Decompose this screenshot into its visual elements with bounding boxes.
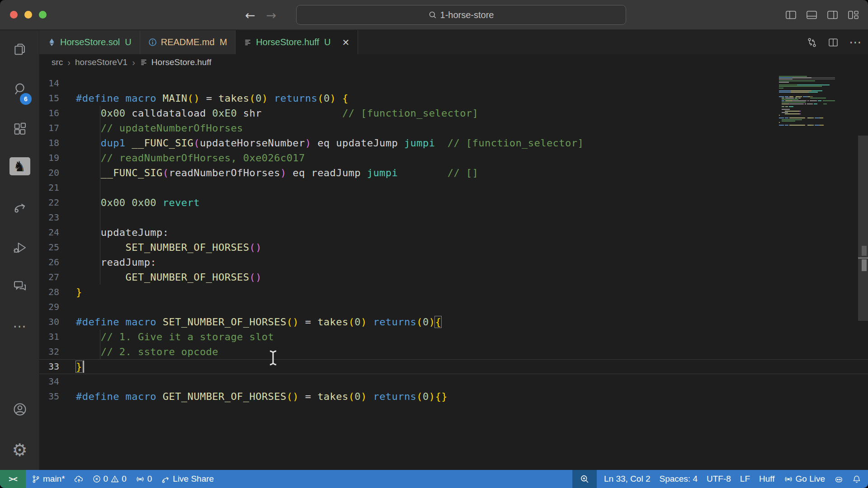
code-editor[interactable]: 1415#define macro MAIN() = takes(0) retu… (39, 70, 868, 470)
status-cursor-position[interactable]: Ln 33, Col 2 (599, 470, 655, 488)
toggle-panel-icon[interactable] (806, 10, 817, 19)
line-number[interactable]: 30 (39, 314, 59, 329)
code-line-25[interactable]: 25 SET_NUMBER_OF_HORSES() (39, 240, 868, 255)
status-language-mode[interactable]: Huff (755, 470, 779, 488)
sidebar-item-extensions[interactable] (0, 116, 39, 143)
code-line-24[interactable]: 24 updateJump: (39, 225, 868, 240)
split-editor-icon[interactable] (828, 37, 839, 48)
line-text: } (76, 285, 82, 300)
code-line-27[interactable]: 27 GET_NUMBER_OF_HORSES() (39, 270, 868, 285)
line-number[interactable]: 35 (39, 389, 59, 404)
sidebar-item-settings[interactable]: ⚙ (0, 436, 39, 464)
close-window-button[interactable] (10, 11, 18, 19)
code-line-16[interactable]: 16 0x00 calldataload 0xE0 shr // [functi… (39, 106, 868, 121)
breadcrumb-item-src[interactable]: src (52, 57, 63, 67)
minimap-line (779, 116, 835, 117)
remote-indicator[interactable]: >< (0, 470, 26, 488)
customize-layout-icon[interactable] (848, 10, 859, 19)
line-number[interactable]: 29 (39, 300, 59, 314)
line-number[interactable]: 22 (39, 195, 59, 210)
code-line-19[interactable]: 19 // readNumberOfHorses, 0xe026c017 (39, 150, 868, 165)
sidebar-item-live-share[interactable] (0, 194, 39, 221)
zoom-window-button[interactable] (39, 11, 47, 19)
line-number[interactable]: 20 (39, 165, 59, 180)
code-line-33[interactable]: 33} (39, 359, 868, 374)
status-git-branch[interactable]: main* (27, 470, 70, 488)
line-number[interactable]: 28 (39, 285, 59, 300)
zoom-in-icon (580, 474, 589, 483)
more-actions-icon[interactable]: ⋯ (849, 35, 862, 50)
line-number[interactable]: 34 (39, 374, 59, 389)
status-text: LF (740, 474, 750, 484)
sidebar-item-more[interactable]: ⋯ (0, 312, 39, 339)
status-problems[interactable]: 00 (88, 470, 131, 488)
sidebar-item-explorer[interactable] (0, 36, 39, 63)
code-line-14[interactable]: 14 (39, 76, 868, 91)
status-screencast-zoom[interactable] (572, 470, 597, 488)
code-line-30[interactable]: 30#define macro SET_NUMBER_OF_HORSES() =… (39, 314, 868, 329)
line-number[interactable]: 32 (39, 344, 59, 359)
indent-guide (100, 195, 100, 210)
line-number[interactable]: 15 (39, 91, 59, 106)
status-copilot[interactable] (830, 470, 848, 488)
status-indentation[interactable]: Spaces: 4 (655, 470, 702, 488)
toggle-secondary-sidebar-icon[interactable] (827, 10, 838, 19)
minimap[interactable] (779, 76, 835, 127)
code-line-22[interactable]: 22 0x00 0x00 revert (39, 195, 868, 210)
line-number[interactable]: 26 (39, 255, 59, 270)
status-live-share[interactable]: Live Share (156, 470, 218, 488)
tab-README.md[interactable]: README.mdM (140, 30, 236, 54)
status-notifications[interactable] (848, 470, 865, 488)
line-number[interactable]: 23 (39, 210, 59, 225)
breadcrumb-item-horseStoreV1[interactable]: horseStoreV1 (75, 57, 127, 67)
sidebar-item-run-debug[interactable] (0, 234, 39, 261)
code-line-21[interactable]: 21 (39, 180, 868, 195)
command-center-search[interactable]: 1-horse-store (296, 5, 626, 25)
line-number[interactable]: 14 (39, 76, 59, 91)
line-number[interactable]: 25 (39, 240, 59, 255)
line-number[interactable]: 21 (39, 180, 59, 195)
line-number[interactable]: 19 (39, 150, 59, 165)
minimap-line (779, 111, 835, 112)
code-line-29[interactable]: 29 (39, 300, 868, 314)
code-line-34[interactable]: 34 (39, 374, 868, 389)
line-number[interactable]: 17 (39, 121, 59, 136)
code-line-32[interactable]: 32 // 2. sstore opcode (39, 344, 868, 359)
code-line-23[interactable]: 23 (39, 210, 868, 225)
code-line-20[interactable]: 20 __FUNC_SIG(readNumberOfHorses) eq rea… (39, 165, 868, 180)
code-line-15[interactable]: 15#define macro MAIN() = takes(0) return… (39, 91, 868, 106)
code-line-18[interactable]: 18 dup1 __FUNC_SIG(updateHorseNumber) eq… (39, 136, 868, 150)
navigate-forward-icon[interactable]: → (266, 8, 277, 22)
tab-HorseStore.sol[interactable]: HorseStore.solU (39, 30, 140, 54)
vertical-scrollbar[interactable] (858, 136, 868, 321)
line-number[interactable]: 24 (39, 225, 59, 240)
sidebar-item-comments[interactable] (0, 273, 39, 300)
line-number[interactable]: 18 (39, 136, 59, 150)
status-publish-changes[interactable] (70, 470, 88, 488)
sidebar-item-huff[interactable]: ♞ (0, 153, 39, 180)
sidebar-item-accounts[interactable] (0, 396, 39, 423)
close-tab-icon[interactable]: ✕ (342, 37, 349, 48)
tab-HorseStore.huff[interactable]: HorseStore.huffU✕ (236, 30, 358, 54)
line-number[interactable]: 33 (39, 359, 59, 374)
status-ports[interactable]: 0 (131, 470, 157, 488)
code-line-26[interactable]: 26 readJump: (39, 255, 868, 270)
code-lines[interactable]: 1415#define macro MAIN() = takes(0) retu… (39, 76, 868, 404)
status-eol[interactable]: LF (736, 470, 755, 488)
line-number[interactable]: 27 (39, 270, 59, 285)
code-line-31[interactable]: 31 // 1. Give it a storage slot (39, 329, 868, 344)
status-encoding[interactable]: UTF-8 (702, 470, 736, 488)
line-text: #define macro SET_NUMBER_OF_HORSES() = t… (76, 314, 441, 329)
status-go-live[interactable]: Go Live (779, 470, 830, 488)
navigate-back-icon[interactable]: ← (245, 8, 255, 22)
minimize-window-button[interactable] (24, 11, 32, 19)
line-number[interactable]: 16 (39, 106, 59, 121)
open-changes-icon[interactable] (807, 37, 817, 48)
code-line-17[interactable]: 17 // updateNumberOfHorses (39, 121, 868, 136)
code-line-35[interactable]: 35#define macro GET_NUMBER_OF_HORSES() =… (39, 389, 868, 404)
tab-label: HorseStore.sol (60, 37, 120, 47)
breadcrumb-item-file[interactable]: HorseStore.huff (140, 57, 212, 67)
code-line-28[interactable]: 28} (39, 285, 868, 300)
toggle-primary-sidebar-icon[interactable] (785, 10, 797, 19)
line-number[interactable]: 31 (39, 329, 59, 344)
